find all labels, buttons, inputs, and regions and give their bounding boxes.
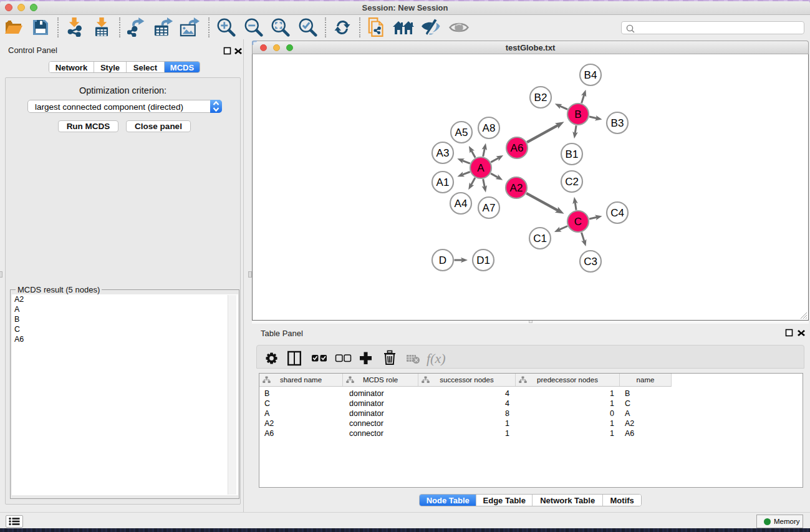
svg-text:D1: D1 [476,254,490,266]
svg-text:A3: A3 [436,147,450,159]
svg-text:C2: C2 [565,176,579,188]
svg-text:A4: A4 [455,198,468,210]
svg-text:D: D [439,254,446,266]
svg-text:C3: C3 [584,256,597,268]
svg-text:B1: B1 [566,148,579,160]
svg-text:A5: A5 [455,127,468,138]
svg-text:B3: B3 [611,117,624,129]
svg-text:f(x): f(x) [427,351,446,366]
svg-text:A: A [477,162,485,174]
svg-text:B: B [574,109,581,120]
svg-text:C4: C4 [610,207,624,219]
svg-text:A1: A1 [436,177,450,188]
svg-text:A2: A2 [510,182,523,194]
svg-text:A8: A8 [483,122,496,134]
svg-text:B2: B2 [534,92,547,104]
svg-text:B4: B4 [584,69,597,81]
svg-text:A7: A7 [483,202,496,214]
svg-text:C1: C1 [533,233,547,244]
svg-text:C: C [574,216,582,228]
svg-text:A6: A6 [511,142,524,154]
